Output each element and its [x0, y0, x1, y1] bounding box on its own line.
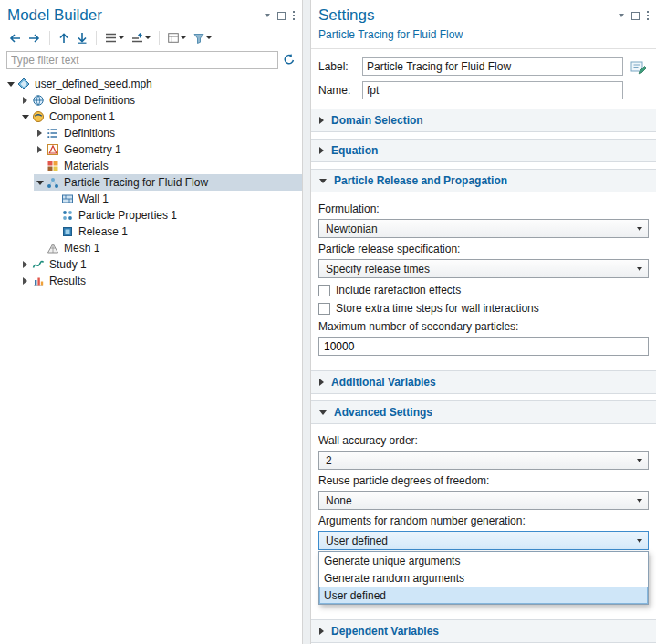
include-rarefaction-checkbox[interactable] [318, 285, 330, 296]
collapse-caret-icon[interactable] [619, 14, 624, 17]
name-field-label: Name: [318, 84, 357, 97]
tree-row[interactable]: user_defined_seed.mph [0, 76, 302, 92]
name-field-row: Name: [311, 78, 656, 102]
panel-menu-icon[interactable] [293, 11, 295, 20]
back-icon[interactable] [6, 31, 23, 46]
tree-row[interactable]: Study 1 [0, 256, 302, 273]
filter-funnel-icon[interactable] [192, 31, 213, 46]
dropdown-option-selected[interactable]: User defined [319, 587, 648, 604]
release-specification-value: Specify release times [326, 263, 430, 275]
tree-node-label: Definitions [64, 127, 115, 140]
panel-menu-icon[interactable] [647, 11, 649, 20]
forward-icon[interactable] [26, 31, 43, 46]
tree-row[interactable]: Wall 1 [0, 191, 302, 207]
store-extra-steps-row: Store extra time steps for wall interact… [318, 302, 649, 315]
tree-node-label: Geometry 1 [64, 143, 121, 156]
chevron-expanded-icon[interactable] [19, 115, 31, 119]
tree-node-label: Results [49, 275, 86, 287]
collapse-caret-icon[interactable] [265, 14, 270, 17]
section-title: Dependent Variables [331, 625, 439, 638]
tree-row[interactable]: Geometry 1 [0, 141, 302, 158]
model-builder-toolbar [0, 28, 302, 50]
tree-row[interactable]: Materials [0, 158, 302, 174]
dropdown-option[interactable]: Generate unique arguments [319, 552, 648, 569]
section-additional-variables[interactable]: Additional Variables [311, 370, 656, 394]
move-down-icon[interactable] [75, 30, 89, 46]
chevron-expanded-icon[interactable] [34, 181, 46, 185]
tree-row[interactable]: Component 1 [0, 109, 302, 125]
section-particle-release[interactable]: Particle Release and Propagation [311, 169, 656, 192]
wall-accuracy-combo[interactable]: 2 [318, 451, 649, 470]
collapse-levels-icon[interactable] [130, 31, 152, 45]
formulation-combo[interactable]: Newtonian [318, 219, 649, 238]
include-rarefaction-row: Include rarefaction effects [318, 284, 649, 296]
settings-header: Settings [311, 0, 656, 28]
reuse-dof-combo[interactable]: None [318, 491, 649, 510]
chevron-expanded-icon[interactable] [5, 82, 16, 87]
wall-accuracy-value: 2 [326, 454, 332, 467]
tree-node-label: Particle Tracing for Fluid Flow [64, 176, 208, 189]
section-title: Equation [331, 144, 378, 157]
section-domain-selection[interactable]: Domain Selection [311, 109, 656, 132]
dropdown-option[interactable]: Generate random arguments [319, 569, 648, 587]
release-icon [60, 225, 75, 238]
combo-caret-icon [637, 227, 642, 231]
random-args-value: User defined [326, 535, 388, 547]
move-up-icon[interactable] [57, 30, 71, 46]
chevron-collapsed-icon[interactable] [19, 261, 31, 268]
panel-splitter[interactable] [303, 0, 310, 644]
label-field-input[interactable] [362, 57, 623, 76]
section-title: Particle Release and Propagation [334, 174, 507, 187]
model-builder-header: Model Builder [0, 0, 302, 28]
reuse-dof-value: None [326, 494, 352, 507]
section-chevron-collapsed-icon [319, 117, 324, 124]
section-chevron-expanded-icon [319, 179, 327, 183]
combo-caret-icon [637, 267, 642, 271]
max-secondary-input[interactable] [318, 337, 649, 356]
chevron-collapsed-icon[interactable] [34, 146, 46, 153]
particle-release-content: Formulation: Newtonian Particle release … [311, 192, 656, 364]
chevron-collapsed-icon[interactable] [19, 277, 31, 285]
section-dependent-variables[interactable]: Dependent Variables [311, 619, 656, 643]
study-icon [31, 258, 46, 271]
tree-node-label: Component 1 [49, 110, 115, 123]
float-window-icon[interactable] [277, 12, 286, 20]
show-levels-icon[interactable] [103, 31, 126, 45]
settings-panel: Settings Particle Tracing for Fluid Flow… [310, 0, 656, 644]
tree-row[interactable]: Definitions [0, 125, 302, 141]
random-args-combo[interactable]: User defined [318, 531, 649, 550]
store-extra-steps-checkbox[interactable] [318, 303, 330, 315]
name-field-input[interactable] [362, 81, 623, 99]
section-advanced-settings[interactable]: Advanced Settings [311, 400, 656, 424]
tree-row[interactable]: Particle Properties 1 [0, 207, 302, 223]
model-tree: user_defined_seed.mph Global Definitions [0, 73, 302, 289]
chevron-collapsed-icon[interactable] [19, 97, 31, 104]
model-tree-node-text-icon[interactable] [166, 31, 188, 45]
tree-row[interactable]: Results [0, 273, 302, 289]
section-chevron-collapsed-icon [319, 628, 324, 635]
section-chevron-expanded-icon [319, 410, 327, 415]
float-window-icon[interactable] [631, 12, 640, 20]
include-rarefaction-label: Include rarefaction effects [336, 284, 461, 296]
combo-caret-icon [637, 459, 642, 462]
release-specification-label: Particle release specification: [318, 243, 649, 255]
tree-row[interactable]: Release 1 [0, 223, 302, 240]
tree-node-label: Mesh 1 [64, 242, 99, 254]
tree-row[interactable]: Mesh 1 [0, 240, 302, 256]
header-divider [311, 48, 656, 49]
settings-title: Settings [318, 6, 374, 25]
tree-node-label: Global Definitions [49, 94, 135, 107]
tree-row[interactable]: Global Definitions [0, 92, 302, 109]
tree-filter-input[interactable] [6, 51, 278, 69]
section-equation[interactable]: Equation [311, 139, 656, 162]
random-args-label: Arguments for random number generation: [318, 514, 649, 527]
chevron-collapsed-icon[interactable] [34, 130, 46, 137]
store-extra-steps-label: Store extra time steps for wall interact… [336, 302, 539, 315]
rename-label-icon[interactable] [629, 57, 649, 76]
tree-node-label: Study 1 [49, 258, 87, 271]
section-chevron-collapsed-icon [319, 147, 324, 154]
tree-row-selected[interactable]: Particle Tracing for Fluid Flow [0, 174, 302, 191]
release-specification-combo[interactable]: Specify release times [318, 259, 649, 278]
tree-node-label: Particle Properties 1 [78, 209, 177, 222]
refresh-icon[interactable] [283, 53, 296, 68]
